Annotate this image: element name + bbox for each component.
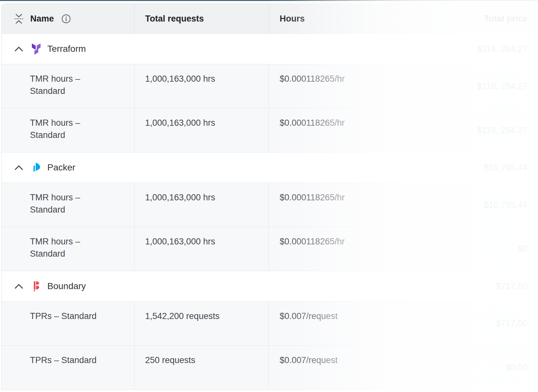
chevron-up-icon[interactable] [14, 284, 23, 289]
cell-total-price: $10,795.44 [403, 183, 536, 227]
column-header-hours: Hours [268, 4, 403, 33]
top-divider [0, 0, 538, 1]
table-row: TMR hours – Standard 1,000,163,000 hrs $… [2, 64, 536, 108]
cell-total-requests: 1,000,163,000 hrs [134, 227, 268, 271]
cell-name: TMR hours – Standard [2, 108, 134, 152]
cell-hours: $0.000118265/hr [268, 108, 403, 152]
table-header: Name Total requests Hours Total price [2, 4, 536, 33]
cell-hours: $0.000118265/hr [268, 183, 403, 227]
cell-total-requests: 1,542,200 requests [134, 302, 268, 345]
cell-total-price: $0 [403, 227, 536, 271]
group-row[interactable]: Terraform $118, 284.27 [2, 33, 536, 64]
packer-logo [32, 162, 42, 173]
billing-usage-page: Name Total requests Hours Total price Te… [0, 0, 538, 392]
column-header-total-requests: Total requests [134, 4, 268, 33]
cell-total-requests: 1,000,163,000 hrs [134, 108, 268, 152]
cell-total-price: $118, 284.27 [403, 64, 536, 108]
cell-total-requests: 1,000,163,000 hrs [134, 183, 268, 227]
group-total-price: $717.00 [496, 281, 527, 291]
cell-name: TPRs – Standard [2, 302, 134, 345]
group-row[interactable]: Boundary $717.00 [2, 271, 536, 301]
group-name: Boundary [47, 281, 86, 291]
cell-name: TMR hours – Standard [2, 227, 134, 271]
group-row[interactable]: Packer $10,795.44 [2, 152, 536, 183]
cell-total-requests: 1,000,163,000 hrs [134, 64, 268, 108]
cell-name: TMR hours – Standard [2, 183, 134, 227]
chevron-up-icon[interactable] [14, 46, 23, 52]
cell-total-price: $118, 284.27 [403, 108, 536, 152]
cell-name: TPRs – Standard [2, 346, 134, 389]
usage-table: Name Total requests Hours Total price Te… [1, 4, 537, 390]
cell-total-price: $717.00 [403, 302, 536, 345]
collapse-all-icon[interactable] [14, 14, 23, 24]
table-row: TMR hours – Standard 1,000,163,000 hrs $… [2, 227, 536, 271]
cell-name: TMR hours – Standard [2, 64, 134, 108]
column-header-name-cell: Name [2, 4, 134, 33]
cell-hours: $0.007/request [268, 346, 403, 389]
chevron-up-icon[interactable] [14, 165, 23, 170]
table-row: TMR hours – Standard 1,000,163,000 hrs $… [2, 183, 536, 227]
table-row: TPRs – Standard 1,542,200 requests $0.00… [2, 301, 536, 345]
cell-hours: $0.000118265/hr [268, 64, 403, 108]
terraform-logo [32, 43, 42, 55]
column-header-total-price: Total price [403, 4, 536, 33]
cell-total-price: $0.00 [403, 346, 536, 389]
table-row: TPRs – Standard 250 requests $0.007/requ… [2, 345, 536, 389]
table-body: Terraform $118, 284.27 TMR hours – Stand… [2, 33, 536, 389]
group-total-price: $118, 284.27 [477, 44, 527, 54]
boundary-logo [32, 281, 42, 292]
column-header-name: Name [30, 14, 54, 24]
cell-total-requests: 250 requests [134, 346, 268, 389]
table-row: TMR hours – Standard 1,000,163,000 hrs $… [2, 108, 536, 152]
group-name: Packer [47, 162, 75, 173]
cell-hours: $0.007/request [268, 302, 403, 345]
group-name: Terraform [47, 44, 86, 54]
info-icon[interactable] [61, 14, 71, 24]
cell-hours: $0.000118265/hr [268, 227, 403, 271]
group-total-price: $10,795.44 [484, 163, 527, 173]
